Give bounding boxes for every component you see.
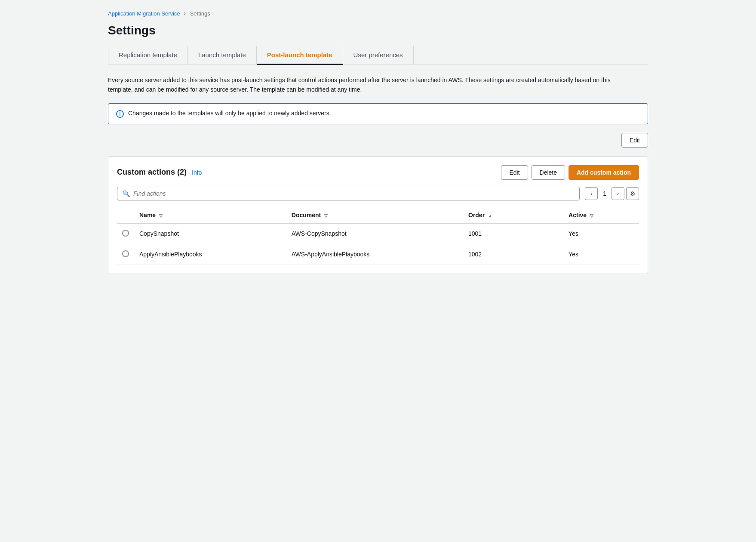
row1-order: 1001 [463, 223, 563, 244]
col-header-radio [117, 207, 134, 223]
search-row: 🔍 ‹ 1 › ⚙ [117, 187, 639, 200]
table-header-row: Name ▽ Document ▽ Order ▲ Active ▽ [117, 207, 639, 223]
row2-order: 1002 [463, 244, 563, 265]
tab-replication[interactable]: Replication template [108, 46, 188, 65]
row1-name: CopySnapshot [134, 223, 286, 244]
table-row: ApplyAnsiblePlaybooks AWS-ApplyAnsiblePl… [117, 244, 639, 265]
pagination-prev-button[interactable]: ‹ [585, 187, 598, 200]
row2-radio-cell [117, 244, 134, 265]
document-sort-icon: ▽ [324, 213, 328, 218]
pagination-group: ‹ 1 › ⚙ [585, 187, 639, 200]
col-header-order[interactable]: Order ▲ [463, 207, 563, 223]
tabs-container: Replication template Launch template Pos… [108, 46, 648, 65]
add-custom-action-button[interactable]: Add custom action [569, 165, 639, 180]
info-banner: i Changes made to the templates will onl… [108, 103, 648, 124]
search-input[interactable] [133, 190, 574, 197]
info-icon: i [116, 110, 124, 118]
pagination-next-button[interactable]: › [612, 187, 624, 200]
row2-radio[interactable] [122, 250, 129, 257]
breadcrumb-separator: > [184, 11, 187, 17]
custom-actions-header: Custom actions (2) Info Edit Delete Add … [117, 165, 639, 180]
table-row: CopySnapshot AWS-CopySnapshot 1001 Yes [117, 223, 639, 244]
search-icon: 🔍 [123, 190, 130, 197]
row2-document: AWS-ApplyAnsiblePlaybooks [286, 244, 463, 265]
custom-actions-table: Name ▽ Document ▽ Order ▲ Active ▽ [117, 207, 639, 265]
search-box: 🔍 [117, 187, 580, 200]
custom-actions-title: Custom actions (2) [117, 168, 187, 177]
col-header-document[interactable]: Document ▽ [286, 207, 463, 223]
breadcrumb-link[interactable]: Application Migration Service [108, 10, 180, 17]
pagination-current-page: 1 [599, 190, 610, 197]
row1-radio-cell [117, 223, 134, 244]
custom-actions-info-link[interactable]: Info [192, 169, 202, 176]
row2-active: Yes [563, 244, 639, 265]
col-header-active[interactable]: Active ▽ [563, 207, 639, 223]
tab-postlaunch[interactable]: Post-launch template [257, 46, 343, 65]
table-settings-button[interactable]: ⚙ [626, 187, 639, 200]
breadcrumb-current: Settings [190, 10, 210, 17]
custom-actions-delete-button[interactable]: Delete [532, 165, 565, 180]
active-sort-icon: ▽ [590, 213, 593, 218]
info-banner-text: Changes made to the templates will only … [128, 110, 331, 117]
edit-button-row: Edit [108, 133, 648, 148]
page-title: Settings [108, 24, 648, 37]
tab-launch[interactable]: Launch template [188, 46, 257, 65]
row1-document: AWS-CopySnapshot [286, 223, 463, 244]
row1-radio[interactable] [122, 230, 129, 237]
edit-button[interactable]: Edit [621, 133, 648, 148]
custom-actions-title-group: Custom actions (2) Info [117, 168, 202, 177]
row2-name: ApplyAnsiblePlaybooks [134, 244, 286, 265]
custom-actions-panel: Custom actions (2) Info Edit Delete Add … [108, 156, 648, 274]
col-header-name[interactable]: Name ▽ [134, 207, 286, 223]
custom-actions-edit-button[interactable]: Edit [501, 165, 528, 180]
tab-userprefs[interactable]: User preferences [343, 46, 414, 65]
row1-active: Yes [563, 223, 639, 244]
order-sort-icon: ▲ [488, 213, 492, 218]
description-text: Every source server added to this servic… [108, 75, 624, 95]
breadcrumb: Application Migration Service > Settings [108, 10, 648, 17]
name-sort-icon: ▽ [159, 213, 163, 218]
custom-actions-buttons: Edit Delete Add custom action [501, 165, 639, 180]
table-body: CopySnapshot AWS-CopySnapshot 1001 Yes A… [117, 223, 639, 265]
